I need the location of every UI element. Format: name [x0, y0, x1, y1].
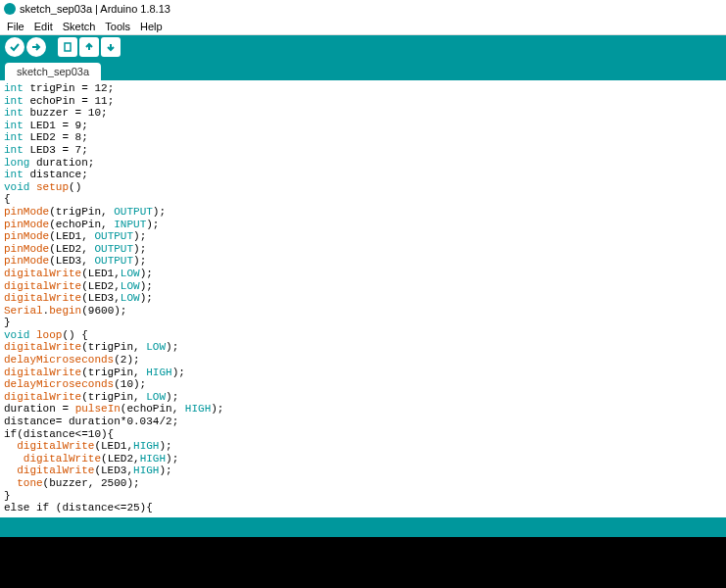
code-line: void setup() [4, 181, 722, 194]
code-line: int LED3 = 7; [4, 144, 722, 157]
arduino-icon [4, 3, 16, 15]
titlebar: sketch_sep03a | Arduino 1.8.13 [0, 0, 726, 18]
code-editor[interactable]: int trigPin = 12;int echoPin = 11;int bu… [0, 80, 726, 517]
statusbar [0, 517, 726, 537]
tab-sketch[interactable]: sketch_sep03a [5, 63, 101, 80]
code-line: pinMode(LED2, OUTPUT); [4, 243, 722, 256]
code-line: digitalWrite(LED2,LOW); [4, 280, 722, 293]
menu-file[interactable]: File [2, 21, 29, 32]
code-line: pinMode(trigPin, OUTPUT); [4, 206, 722, 219]
file-icon [62, 41, 73, 53]
console [0, 537, 726, 588]
menu-help[interactable]: Help [135, 21, 168, 32]
code-line: long duration; [4, 157, 722, 170]
code-line: digitalWrite(trigPin, HIGH); [4, 367, 722, 379]
menu-edit[interactable]: Edit [29, 21, 58, 32]
menubar: File Edit Sketch Tools Help [0, 18, 726, 35]
arrow-down-icon [105, 41, 117, 53]
open-button[interactable] [79, 37, 99, 57]
code-line: pinMode(LED3, OUTPUT); [4, 255, 722, 268]
code-line: digitalWrite(trigPin, LOW); [4, 391, 722, 404]
code-line: int distance; [4, 169, 722, 181]
code-line: tone(buzzer, 2500); [4, 477, 722, 490]
code-line: digitalWrite(trigPin, LOW); [4, 341, 722, 354]
titlebar-text: sketch_sep03a | Arduino 1.8.13 [20, 3, 170, 15]
arrow-up-icon [83, 41, 95, 53]
code-line: digitalWrite(LED3,HIGH); [4, 465, 722, 477]
code-line: } [4, 317, 722, 329]
code-line: pinMode(LED1, OUTPUT); [4, 230, 722, 243]
code-line: int LED1 = 9; [4, 120, 722, 132]
code-line: int trigPin = 12; [4, 82, 722, 95]
verify-button[interactable] [5, 37, 24, 57]
code-line: distance= duration*0.034/2; [4, 416, 722, 428]
menu-tools[interactable]: Tools [100, 21, 135, 32]
code-line: int echoPin = 11; [4, 95, 722, 108]
code-line: int buzzer = 10; [4, 107, 722, 120]
code-line: digitalWrite(LED1,LOW); [4, 268, 722, 280]
menu-sketch[interactable]: Sketch [58, 21, 101, 32]
code-line: digitalWrite(LED3,LOW); [4, 292, 722, 305]
upload-button[interactable] [26, 37, 46, 57]
code-line: Serial.begin(9600); [4, 305, 722, 318]
code-line: else if (distance<=25){ [4, 502, 722, 514]
code-line: if(distance<=10){ [4, 428, 722, 441]
check-icon [9, 41, 21, 53]
code-line: duration = pulseIn(echoPin, HIGH); [4, 403, 722, 416]
code-line: int LED2 = 8; [4, 131, 722, 144]
code-line: pinMode(echoPin, INPUT); [4, 219, 722, 231]
arrow-right-icon [30, 41, 42, 53]
new-button[interactable] [58, 37, 77, 57]
tabbar: sketch_sep03a [0, 59, 726, 80]
code-line: digitalWrite(LED2,HIGH); [4, 453, 722, 466]
code-line: digitalWrite(LED1,HIGH); [4, 440, 722, 453]
code-line: void loop() { [4, 329, 722, 342]
svg-rect-0 [65, 43, 71, 51]
save-button[interactable] [101, 37, 121, 57]
code-line: delayMicroseconds(10); [4, 378, 722, 391]
toolbar [0, 35, 726, 59]
code-line: { [4, 193, 722, 206]
code-line: } [4, 490, 722, 503]
code-line: delayMicroseconds(2); [4, 354, 722, 367]
